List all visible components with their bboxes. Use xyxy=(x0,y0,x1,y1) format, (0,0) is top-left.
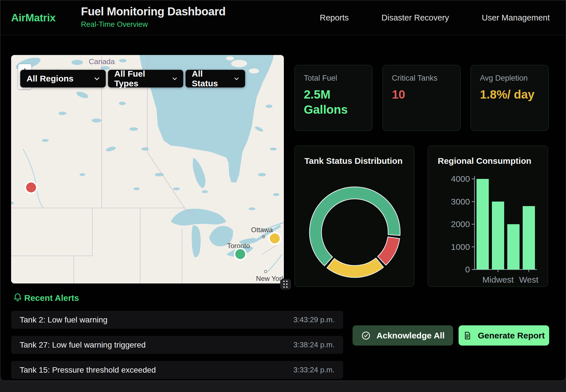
svg-text:4000: 4000 xyxy=(451,174,470,183)
svg-text:1000: 1000 xyxy=(451,242,470,252)
svg-text:0: 0 xyxy=(465,265,470,274)
nav-reports[interactable]: Reports xyxy=(320,13,349,23)
chevron-down-icon xyxy=(234,77,239,80)
total-fuel-card: Total Fuel 2.5M Gallons xyxy=(294,65,372,131)
total-fuel-value: 2.5M Gallons xyxy=(304,87,361,117)
region-filter-select[interactable]: All Regions xyxy=(20,70,106,87)
generate-report-label: Generate Report xyxy=(478,331,545,340)
svg-text:2000: 2000 xyxy=(451,219,470,229)
label-canada: Canada xyxy=(89,57,115,66)
generate-report-button[interactable]: Generate Report xyxy=(459,325,549,346)
island xyxy=(249,68,259,74)
critical-tanks-label: Critical Tanks xyxy=(392,74,451,83)
alert-time: 3:33:24 p.m. xyxy=(293,366,335,374)
regional-consumption-card: Regional Consumption 01000200030004000Mi… xyxy=(428,146,548,287)
status-filter-value: All Status xyxy=(192,69,227,88)
total-fuel-label: Total Fuel xyxy=(304,74,363,83)
normal-tank-marker[interactable] xyxy=(235,248,246,260)
svg-text:3000: 3000 xyxy=(451,197,470,206)
alert-time: 3:43:29 p.m. xyxy=(293,315,335,324)
bell-icon xyxy=(13,293,23,302)
fuel-type-filter-value: All Fuel Types xyxy=(114,69,165,88)
chevron-down-icon xyxy=(172,77,177,80)
title-block: Fuel Monitoring Dashboard Real-Time Over… xyxy=(81,5,225,29)
critical-tanks-value: 10 xyxy=(392,87,449,102)
status-filter-select[interactable]: All Status xyxy=(186,70,245,87)
dashboard-window: AirMatrix Fuel Monitoring Dashboard Real… xyxy=(0,0,566,381)
tank-status-card: Tank Status Distribution xyxy=(294,146,414,287)
nav-user-management[interactable]: User Management xyxy=(482,13,550,23)
alert-text: Tank 15: Pressure threshold exceeded xyxy=(20,366,156,375)
page-title: Fuel Monitoring Dashboard xyxy=(81,5,225,18)
region-filter-value: All Regions xyxy=(27,74,74,83)
svg-text:West: West xyxy=(519,275,539,284)
warning-tank-marker[interactable] xyxy=(269,233,280,244)
ottawa-city-dot-core xyxy=(263,236,264,237)
alert-text: Tank 2: Low fuel warning xyxy=(20,315,107,324)
avg-depletion-card: Avg Depletion 1.8%/ day xyxy=(471,65,549,131)
report-document-icon xyxy=(463,331,472,340)
critical-tank-marker[interactable] xyxy=(25,182,37,193)
regional-consumption-bar-chart: 01000200030004000MidwestWest xyxy=(428,146,548,287)
map-resize-handle[interactable] xyxy=(280,279,291,290)
label-newyork: New York xyxy=(256,275,284,282)
alert-text: Tank 27: Low fuel warning triggered xyxy=(20,340,146,350)
acknowledge-all-label: Acknowledge All xyxy=(376,331,445,340)
island xyxy=(226,56,234,60)
page-subtitle: Real-Time Overview xyxy=(81,20,225,29)
avg-depletion-value: 1.8%/ day xyxy=(480,87,537,102)
alert-row[interactable]: Tank 15: Pressure threshold exceeded 3:3… xyxy=(11,361,343,379)
map-filters: All Regions All Fuel Types All Status xyxy=(20,70,245,87)
alert-row[interactable]: Tank 2: Low fuel warning 3:43:29 p.m. xyxy=(11,311,343,329)
brand-logo: AirMatrix xyxy=(11,0,56,35)
label-ottawa: Ottawa xyxy=(251,226,273,234)
fuel-type-filter-select[interactable]: All Fuel Types xyxy=(108,70,183,87)
alert-time: 3:38:24 p.m. xyxy=(293,340,335,349)
svg-text:Midwest: Midwest xyxy=(482,275,514,284)
alert-row[interactable]: Tank 27: Low fuel warning triggered 3:38… xyxy=(11,336,343,354)
recent-alerts-title: Recent Alerts xyxy=(24,293,79,303)
nav-disaster-recovery[interactable]: Disaster Recovery xyxy=(382,13,449,23)
avg-depletion-label: Avg Depletion xyxy=(480,74,539,83)
main-nav: Reports Disaster Recovery User Managemen… xyxy=(320,0,550,35)
acknowledge-all-button[interactable]: Acknowledge All xyxy=(353,325,453,346)
map-canvas: Canada Ottawa Toronto New York xyxy=(11,55,284,283)
top-bar: AirMatrix Fuel Monitoring Dashboard Real… xyxy=(0,0,566,35)
chevron-down-icon xyxy=(94,77,99,80)
fuel-map[interactable]: Canada Ottawa Toronto New York + − All R… xyxy=(11,55,284,283)
tank-status-donut-chart xyxy=(295,146,414,287)
check-circle-icon xyxy=(361,331,371,340)
island xyxy=(231,60,247,67)
critical-tanks-card: Critical Tanks 10 xyxy=(382,65,461,131)
